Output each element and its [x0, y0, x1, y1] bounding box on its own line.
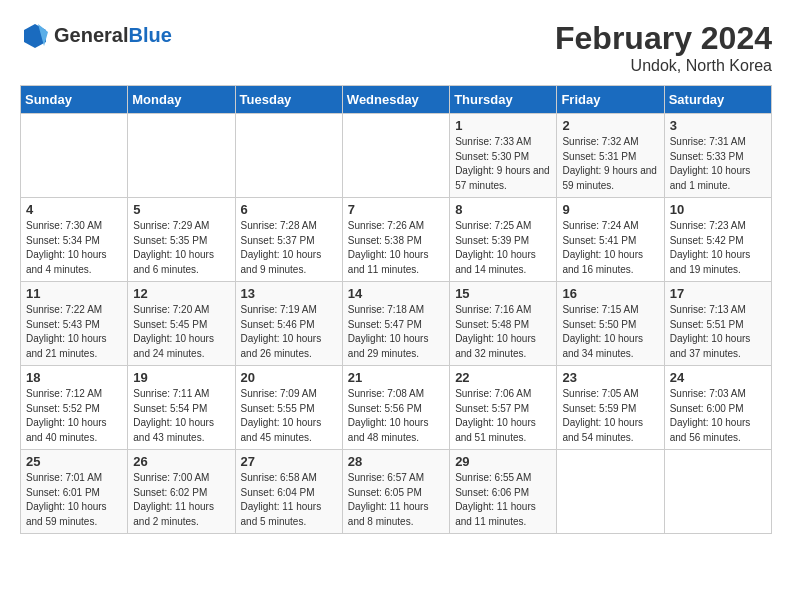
logo: GeneralBlue	[20, 20, 172, 50]
weekday-header: Monday	[128, 86, 235, 114]
calendar-cell: 21Sunrise: 7:08 AM Sunset: 5:56 PM Dayli…	[342, 366, 449, 450]
day-number: 2	[562, 118, 658, 133]
cell-content: Sunrise: 7:22 AM Sunset: 5:43 PM Dayligh…	[26, 303, 122, 361]
calendar-cell: 1Sunrise: 7:33 AM Sunset: 5:30 PM Daylig…	[450, 114, 557, 198]
weekday-header: Thursday	[450, 86, 557, 114]
logo-icon	[20, 20, 50, 50]
calendar-cell	[557, 450, 664, 534]
calendar-cell: 5Sunrise: 7:29 AM Sunset: 5:35 PM Daylig…	[128, 198, 235, 282]
calendar-week-row: 1Sunrise: 7:33 AM Sunset: 5:30 PM Daylig…	[21, 114, 772, 198]
day-number: 6	[241, 202, 337, 217]
day-number: 24	[670, 370, 766, 385]
cell-content: Sunrise: 6:57 AM Sunset: 6:05 PM Dayligh…	[348, 471, 444, 529]
day-number: 16	[562, 286, 658, 301]
day-number: 11	[26, 286, 122, 301]
cell-content: Sunrise: 7:08 AM Sunset: 5:56 PM Dayligh…	[348, 387, 444, 445]
calendar-cell	[342, 114, 449, 198]
cell-content: Sunrise: 7:32 AM Sunset: 5:31 PM Dayligh…	[562, 135, 658, 193]
logo-blue: Blue	[128, 24, 171, 46]
calendar-cell: 12Sunrise: 7:20 AM Sunset: 5:45 PM Dayli…	[128, 282, 235, 366]
calendar-cell: 22Sunrise: 7:06 AM Sunset: 5:57 PM Dayli…	[450, 366, 557, 450]
calendar-cell: 16Sunrise: 7:15 AM Sunset: 5:50 PM Dayli…	[557, 282, 664, 366]
calendar-week-row: 25Sunrise: 7:01 AM Sunset: 6:01 PM Dayli…	[21, 450, 772, 534]
day-number: 17	[670, 286, 766, 301]
calendar-cell: 24Sunrise: 7:03 AM Sunset: 6:00 PM Dayli…	[664, 366, 771, 450]
calendar-cell: 15Sunrise: 7:16 AM Sunset: 5:48 PM Dayli…	[450, 282, 557, 366]
page-title: February 2024	[555, 20, 772, 57]
cell-content: Sunrise: 7:16 AM Sunset: 5:48 PM Dayligh…	[455, 303, 551, 361]
calendar-table: SundayMondayTuesdayWednesdayThursdayFrid…	[20, 85, 772, 534]
calendar-cell: 19Sunrise: 7:11 AM Sunset: 5:54 PM Dayli…	[128, 366, 235, 450]
cell-content: Sunrise: 7:30 AM Sunset: 5:34 PM Dayligh…	[26, 219, 122, 277]
weekday-header: Sunday	[21, 86, 128, 114]
day-number: 8	[455, 202, 551, 217]
calendar-cell: 4Sunrise: 7:30 AM Sunset: 5:34 PM Daylig…	[21, 198, 128, 282]
calendar-cell: 18Sunrise: 7:12 AM Sunset: 5:52 PM Dayli…	[21, 366, 128, 450]
calendar-cell: 27Sunrise: 6:58 AM Sunset: 6:04 PM Dayli…	[235, 450, 342, 534]
page-header: GeneralBlue February 2024 Undok, North K…	[20, 20, 772, 75]
cell-content: Sunrise: 7:06 AM Sunset: 5:57 PM Dayligh…	[455, 387, 551, 445]
calendar-cell	[21, 114, 128, 198]
day-number: 4	[26, 202, 122, 217]
cell-content: Sunrise: 6:55 AM Sunset: 6:06 PM Dayligh…	[455, 471, 551, 529]
day-number: 14	[348, 286, 444, 301]
cell-content: Sunrise: 7:13 AM Sunset: 5:51 PM Dayligh…	[670, 303, 766, 361]
day-number: 12	[133, 286, 229, 301]
calendar-week-row: 4Sunrise: 7:30 AM Sunset: 5:34 PM Daylig…	[21, 198, 772, 282]
day-number: 29	[455, 454, 551, 469]
calendar-cell: 8Sunrise: 7:25 AM Sunset: 5:39 PM Daylig…	[450, 198, 557, 282]
cell-content: Sunrise: 7:26 AM Sunset: 5:38 PM Dayligh…	[348, 219, 444, 277]
calendar-cell: 14Sunrise: 7:18 AM Sunset: 5:47 PM Dayli…	[342, 282, 449, 366]
calendar-cell: 7Sunrise: 7:26 AM Sunset: 5:38 PM Daylig…	[342, 198, 449, 282]
logo-text: GeneralBlue	[54, 24, 172, 47]
cell-content: Sunrise: 7:09 AM Sunset: 5:55 PM Dayligh…	[241, 387, 337, 445]
calendar-cell: 25Sunrise: 7:01 AM Sunset: 6:01 PM Dayli…	[21, 450, 128, 534]
cell-content: Sunrise: 7:05 AM Sunset: 5:59 PM Dayligh…	[562, 387, 658, 445]
calendar-cell: 13Sunrise: 7:19 AM Sunset: 5:46 PM Dayli…	[235, 282, 342, 366]
calendar-week-row: 11Sunrise: 7:22 AM Sunset: 5:43 PM Dayli…	[21, 282, 772, 366]
calendar-cell: 26Sunrise: 7:00 AM Sunset: 6:02 PM Dayli…	[128, 450, 235, 534]
calendar-cell: 23Sunrise: 7:05 AM Sunset: 5:59 PM Dayli…	[557, 366, 664, 450]
calendar-cell: 17Sunrise: 7:13 AM Sunset: 5:51 PM Dayli…	[664, 282, 771, 366]
weekday-header: Wednesday	[342, 86, 449, 114]
calendar-cell	[235, 114, 342, 198]
cell-content: Sunrise: 7:25 AM Sunset: 5:39 PM Dayligh…	[455, 219, 551, 277]
day-number: 9	[562, 202, 658, 217]
cell-content: Sunrise: 7:03 AM Sunset: 6:00 PM Dayligh…	[670, 387, 766, 445]
calendar-week-row: 18Sunrise: 7:12 AM Sunset: 5:52 PM Dayli…	[21, 366, 772, 450]
cell-content: Sunrise: 7:28 AM Sunset: 5:37 PM Dayligh…	[241, 219, 337, 277]
weekday-header: Friday	[557, 86, 664, 114]
day-number: 26	[133, 454, 229, 469]
day-number: 23	[562, 370, 658, 385]
logo-general: General	[54, 24, 128, 46]
cell-content: Sunrise: 7:33 AM Sunset: 5:30 PM Dayligh…	[455, 135, 551, 193]
cell-content: Sunrise: 7:00 AM Sunset: 6:02 PM Dayligh…	[133, 471, 229, 529]
day-number: 22	[455, 370, 551, 385]
title-block: February 2024 Undok, North Korea	[555, 20, 772, 75]
calendar-cell	[128, 114, 235, 198]
calendar-cell: 9Sunrise: 7:24 AM Sunset: 5:41 PM Daylig…	[557, 198, 664, 282]
calendar-cell: 20Sunrise: 7:09 AM Sunset: 5:55 PM Dayli…	[235, 366, 342, 450]
cell-content: Sunrise: 7:24 AM Sunset: 5:41 PM Dayligh…	[562, 219, 658, 277]
cell-content: Sunrise: 7:11 AM Sunset: 5:54 PM Dayligh…	[133, 387, 229, 445]
weekday-header: Tuesday	[235, 86, 342, 114]
calendar-cell: 28Sunrise: 6:57 AM Sunset: 6:05 PM Dayli…	[342, 450, 449, 534]
cell-content: Sunrise: 7:29 AM Sunset: 5:35 PM Dayligh…	[133, 219, 229, 277]
day-number: 15	[455, 286, 551, 301]
cell-content: Sunrise: 7:18 AM Sunset: 5:47 PM Dayligh…	[348, 303, 444, 361]
day-number: 13	[241, 286, 337, 301]
calendar-cell: 3Sunrise: 7:31 AM Sunset: 5:33 PM Daylig…	[664, 114, 771, 198]
calendar-cell: 2Sunrise: 7:32 AM Sunset: 5:31 PM Daylig…	[557, 114, 664, 198]
day-number: 25	[26, 454, 122, 469]
day-number: 20	[241, 370, 337, 385]
cell-content: Sunrise: 7:31 AM Sunset: 5:33 PM Dayligh…	[670, 135, 766, 193]
day-number: 10	[670, 202, 766, 217]
weekday-row: SundayMondayTuesdayWednesdayThursdayFrid…	[21, 86, 772, 114]
day-number: 3	[670, 118, 766, 133]
day-number: 18	[26, 370, 122, 385]
calendar-cell: 29Sunrise: 6:55 AM Sunset: 6:06 PM Dayli…	[450, 450, 557, 534]
page-subtitle: Undok, North Korea	[555, 57, 772, 75]
cell-content: Sunrise: 7:01 AM Sunset: 6:01 PM Dayligh…	[26, 471, 122, 529]
calendar-cell	[664, 450, 771, 534]
calendar-cell: 6Sunrise: 7:28 AM Sunset: 5:37 PM Daylig…	[235, 198, 342, 282]
